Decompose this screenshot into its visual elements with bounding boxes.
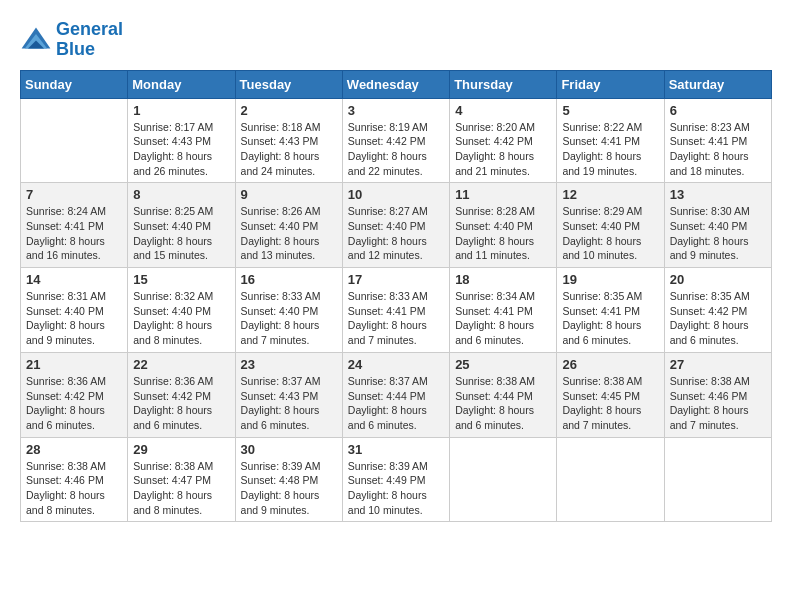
header-cell-friday: Friday [557, 70, 664, 98]
cell-info: Sunrise: 8:27 AMSunset: 4:40 PMDaylight:… [348, 204, 444, 263]
cell-info: Sunrise: 8:18 AMSunset: 4:43 PMDaylight:… [241, 120, 337, 179]
week-row-0: 1Sunrise: 8:17 AMSunset: 4:43 PMDaylight… [21, 98, 772, 183]
calendar-cell: 27Sunrise: 8:38 AMSunset: 4:46 PMDayligh… [664, 352, 771, 437]
calendar-cell: 31Sunrise: 8:39 AMSunset: 4:49 PMDayligh… [342, 437, 449, 522]
calendar-cell: 3Sunrise: 8:19 AMSunset: 4:42 PMDaylight… [342, 98, 449, 183]
calendar-cell: 5Sunrise: 8:22 AMSunset: 4:41 PMDaylight… [557, 98, 664, 183]
logo: General Blue [20, 20, 123, 60]
calendar-cell: 13Sunrise: 8:30 AMSunset: 4:40 PMDayligh… [664, 183, 771, 268]
cell-info: Sunrise: 8:32 AMSunset: 4:40 PMDaylight:… [133, 289, 229, 348]
day-number: 28 [26, 442, 122, 457]
cell-info: Sunrise: 8:29 AMSunset: 4:40 PMDaylight:… [562, 204, 658, 263]
calendar-cell: 9Sunrise: 8:26 AMSunset: 4:40 PMDaylight… [235, 183, 342, 268]
calendar-cell: 26Sunrise: 8:38 AMSunset: 4:45 PMDayligh… [557, 352, 664, 437]
day-number: 8 [133, 187, 229, 202]
day-number: 24 [348, 357, 444, 372]
logo-icon [20, 26, 52, 54]
cell-info: Sunrise: 8:17 AMSunset: 4:43 PMDaylight:… [133, 120, 229, 179]
day-number: 15 [133, 272, 229, 287]
header-cell-sunday: Sunday [21, 70, 128, 98]
cell-info: Sunrise: 8:20 AMSunset: 4:42 PMDaylight:… [455, 120, 551, 179]
calendar-cell: 16Sunrise: 8:33 AMSunset: 4:40 PMDayligh… [235, 268, 342, 353]
header-cell-saturday: Saturday [664, 70, 771, 98]
day-number: 11 [455, 187, 551, 202]
cell-info: Sunrise: 8:33 AMSunset: 4:40 PMDaylight:… [241, 289, 337, 348]
calendar-cell: 7Sunrise: 8:24 AMSunset: 4:41 PMDaylight… [21, 183, 128, 268]
day-number: 21 [26, 357, 122, 372]
day-number: 31 [348, 442, 444, 457]
cell-info: Sunrise: 8:39 AMSunset: 4:49 PMDaylight:… [348, 459, 444, 518]
cell-info: Sunrise: 8:39 AMSunset: 4:48 PMDaylight:… [241, 459, 337, 518]
calendar-cell [664, 437, 771, 522]
day-number: 10 [348, 187, 444, 202]
day-number: 19 [562, 272, 658, 287]
cell-info: Sunrise: 8:38 AMSunset: 4:46 PMDaylight:… [26, 459, 122, 518]
week-row-2: 14Sunrise: 8:31 AMSunset: 4:40 PMDayligh… [21, 268, 772, 353]
calendar-cell: 22Sunrise: 8:36 AMSunset: 4:42 PMDayligh… [128, 352, 235, 437]
cell-info: Sunrise: 8:38 AMSunset: 4:47 PMDaylight:… [133, 459, 229, 518]
header-row: SundayMondayTuesdayWednesdayThursdayFrid… [21, 70, 772, 98]
calendar-cell: 28Sunrise: 8:38 AMSunset: 4:46 PMDayligh… [21, 437, 128, 522]
calendar-cell: 8Sunrise: 8:25 AMSunset: 4:40 PMDaylight… [128, 183, 235, 268]
day-number: 22 [133, 357, 229, 372]
cell-info: Sunrise: 8:37 AMSunset: 4:43 PMDaylight:… [241, 374, 337, 433]
day-number: 23 [241, 357, 337, 372]
cell-info: Sunrise: 8:23 AMSunset: 4:41 PMDaylight:… [670, 120, 766, 179]
calendar-cell: 11Sunrise: 8:28 AMSunset: 4:40 PMDayligh… [450, 183, 557, 268]
week-row-1: 7Sunrise: 8:24 AMSunset: 4:41 PMDaylight… [21, 183, 772, 268]
cell-info: Sunrise: 8:22 AMSunset: 4:41 PMDaylight:… [562, 120, 658, 179]
cell-info: Sunrise: 8:28 AMSunset: 4:40 PMDaylight:… [455, 204, 551, 263]
cell-info: Sunrise: 8:33 AMSunset: 4:41 PMDaylight:… [348, 289, 444, 348]
cell-info: Sunrise: 8:36 AMSunset: 4:42 PMDaylight:… [26, 374, 122, 433]
day-number: 6 [670, 103, 766, 118]
day-number: 1 [133, 103, 229, 118]
day-number: 4 [455, 103, 551, 118]
calendar-cell [450, 437, 557, 522]
logo-text: General Blue [56, 20, 123, 60]
day-number: 14 [26, 272, 122, 287]
calendar-table: SundayMondayTuesdayWednesdayThursdayFrid… [20, 70, 772, 523]
calendar-cell: 2Sunrise: 8:18 AMSunset: 4:43 PMDaylight… [235, 98, 342, 183]
calendar-cell: 10Sunrise: 8:27 AMSunset: 4:40 PMDayligh… [342, 183, 449, 268]
week-row-4: 28Sunrise: 8:38 AMSunset: 4:46 PMDayligh… [21, 437, 772, 522]
day-number: 27 [670, 357, 766, 372]
calendar-cell: 21Sunrise: 8:36 AMSunset: 4:42 PMDayligh… [21, 352, 128, 437]
calendar-cell: 24Sunrise: 8:37 AMSunset: 4:44 PMDayligh… [342, 352, 449, 437]
calendar-cell: 29Sunrise: 8:38 AMSunset: 4:47 PMDayligh… [128, 437, 235, 522]
week-row-3: 21Sunrise: 8:36 AMSunset: 4:42 PMDayligh… [21, 352, 772, 437]
cell-info: Sunrise: 8:31 AMSunset: 4:40 PMDaylight:… [26, 289, 122, 348]
page-header: General Blue [20, 20, 772, 60]
day-number: 20 [670, 272, 766, 287]
cell-info: Sunrise: 8:36 AMSunset: 4:42 PMDaylight:… [133, 374, 229, 433]
cell-info: Sunrise: 8:35 AMSunset: 4:41 PMDaylight:… [562, 289, 658, 348]
calendar-cell: 17Sunrise: 8:33 AMSunset: 4:41 PMDayligh… [342, 268, 449, 353]
calendar-cell: 20Sunrise: 8:35 AMSunset: 4:42 PMDayligh… [664, 268, 771, 353]
calendar-cell: 23Sunrise: 8:37 AMSunset: 4:43 PMDayligh… [235, 352, 342, 437]
day-number: 18 [455, 272, 551, 287]
calendar-header: SundayMondayTuesdayWednesdayThursdayFrid… [21, 70, 772, 98]
day-number: 13 [670, 187, 766, 202]
cell-info: Sunrise: 8:25 AMSunset: 4:40 PMDaylight:… [133, 204, 229, 263]
day-number: 7 [26, 187, 122, 202]
day-number: 2 [241, 103, 337, 118]
calendar-cell: 19Sunrise: 8:35 AMSunset: 4:41 PMDayligh… [557, 268, 664, 353]
calendar-cell: 12Sunrise: 8:29 AMSunset: 4:40 PMDayligh… [557, 183, 664, 268]
cell-info: Sunrise: 8:30 AMSunset: 4:40 PMDaylight:… [670, 204, 766, 263]
calendar-cell: 15Sunrise: 8:32 AMSunset: 4:40 PMDayligh… [128, 268, 235, 353]
cell-info: Sunrise: 8:38 AMSunset: 4:46 PMDaylight:… [670, 374, 766, 433]
calendar-cell: 30Sunrise: 8:39 AMSunset: 4:48 PMDayligh… [235, 437, 342, 522]
calendar-cell: 25Sunrise: 8:38 AMSunset: 4:44 PMDayligh… [450, 352, 557, 437]
day-number: 26 [562, 357, 658, 372]
day-number: 30 [241, 442, 337, 457]
day-number: 17 [348, 272, 444, 287]
cell-info: Sunrise: 8:38 AMSunset: 4:44 PMDaylight:… [455, 374, 551, 433]
header-cell-thursday: Thursday [450, 70, 557, 98]
header-cell-monday: Monday [128, 70, 235, 98]
day-number: 16 [241, 272, 337, 287]
cell-info: Sunrise: 8:37 AMSunset: 4:44 PMDaylight:… [348, 374, 444, 433]
cell-info: Sunrise: 8:26 AMSunset: 4:40 PMDaylight:… [241, 204, 337, 263]
calendar-cell: 18Sunrise: 8:34 AMSunset: 4:41 PMDayligh… [450, 268, 557, 353]
cell-info: Sunrise: 8:34 AMSunset: 4:41 PMDaylight:… [455, 289, 551, 348]
header-cell-tuesday: Tuesday [235, 70, 342, 98]
day-number: 5 [562, 103, 658, 118]
